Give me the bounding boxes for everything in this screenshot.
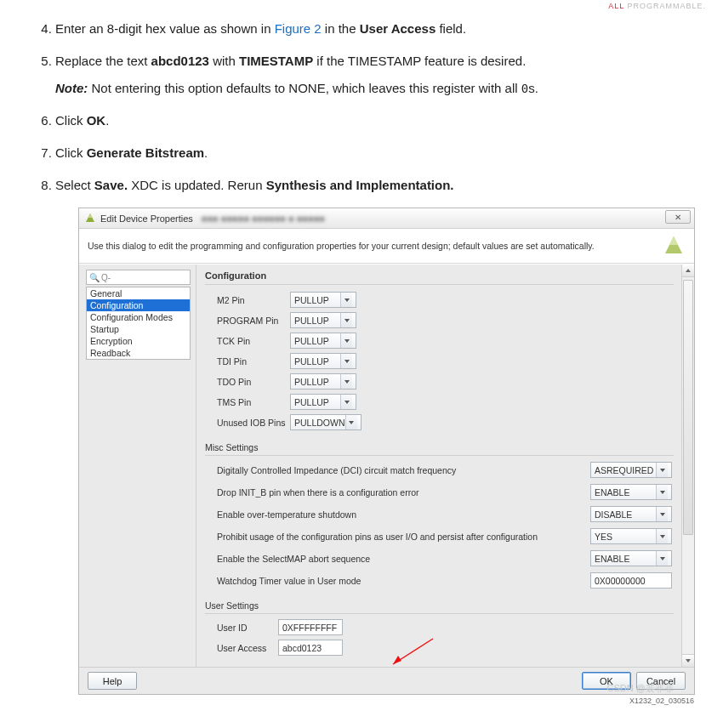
select-value: DISABLE [595, 509, 632, 520]
category-item[interactable]: General [87, 287, 190, 299]
select-value: ENABLE [595, 487, 629, 498]
category-item[interactable]: Configuration Modes [87, 311, 190, 323]
select-value: PULLUP [294, 377, 329, 387]
field-label: Unused IOB Pins [217, 418, 290, 428]
misc-select[interactable]: ENABLE [590, 484, 672, 500]
scroll-down-icon[interactable] [682, 654, 694, 667]
svg-marker-3 [669, 236, 678, 245]
instruction-text: Use this dialog to edit the programming … [88, 241, 595, 251]
pin-row: M2 PinPULLUP [217, 292, 674, 308]
chevron-down-icon [656, 463, 668, 477]
misc-row: Enable the SelectMAP abort sequenceENABL… [217, 550, 674, 566]
category-item[interactable]: Configuration [87, 299, 190, 311]
misc-row: Digitally Controlled Impedance (DCI) cir… [217, 462, 674, 478]
select-value: ENABLE [595, 554, 629, 564]
category-item[interactable]: Encryption [87, 335, 190, 347]
pin-select[interactable]: PULLUP [290, 333, 356, 349]
chevron-down-icon [656, 529, 668, 543]
figure-link[interactable]: Figure 2 [275, 21, 322, 36]
category-item[interactable]: Readback [87, 347, 190, 359]
pin-select[interactable]: PULLUP [290, 353, 356, 369]
step-5: Replace the text abcd0123 with TIMESTAMP… [55, 51, 706, 99]
field-label: User ID [217, 623, 278, 633]
step-4: Enter an 8-digit hex value as shown in F… [55, 19, 706, 39]
pin-row: TMS PinPULLUP [217, 394, 674, 410]
pin-select[interactable]: PULLUP [290, 394, 356, 410]
user-settings-header: User Settings [205, 595, 674, 614]
misc-select[interactable]: ENABLE [590, 550, 672, 566]
scroll-up-icon[interactable] [682, 264, 694, 277]
pin-select[interactable]: PULLUP [290, 292, 356, 308]
pin-select[interactable]: PULLDOWN [290, 414, 362, 430]
field-label: PROGRAM Pin [217, 316, 290, 326]
select-value: YES [595, 532, 612, 542]
scroll-thumb[interactable] [683, 280, 693, 535]
instruction-list: Enter an 8-digit hex value as shown in F… [17, 19, 706, 196]
misc-input[interactable]: 0X00000000 [590, 572, 672, 589]
svg-marker-1 [88, 213, 93, 218]
pin-select[interactable]: PULLUP [290, 312, 356, 328]
user-id-input[interactable]: 0XFFFFFFFF [278, 619, 343, 635]
chevron-down-icon [656, 507, 668, 521]
misc-label: Watchdog Timer value in User mode [217, 576, 590, 586]
titlebar-blur: ■■■ ■■■■■ ■■■■■■ ■ ■■■■■ [202, 213, 325, 224]
help-button[interactable]: Help [88, 672, 137, 690]
misc-row: Watchdog Timer value in User mode0X00000… [217, 572, 674, 589]
chevron-down-icon [656, 551, 668, 566]
chevron-down-icon [345, 415, 357, 429]
select-value: PULLUP [294, 336, 329, 346]
dialog-title: Edit Device Properties [100, 213, 193, 224]
misc-row: Enable over-temperature shutdownDISABLE [217, 506, 674, 522]
select-value: ASREQUIRED [595, 465, 653, 475]
misc-label: Enable the SelectMAP abort sequence [217, 554, 590, 564]
misc-select[interactable]: ASREQUIRED [590, 462, 672, 478]
chevron-down-icon [340, 354, 352, 368]
titlebar: Edit Device Properties ■■■ ■■■■■ ■■■■■■ … [79, 208, 694, 229]
select-value: PULLDOWN [294, 418, 345, 428]
search-input[interactable]: 🔍 Q- [86, 270, 191, 285]
app-icon [84, 213, 96, 225]
select-value: PULLUP [294, 316, 329, 326]
misc-row: Prohibit usage of the configuration pins… [217, 528, 674, 544]
chevron-down-icon [340, 293, 352, 307]
watermark: CSDN @裴非非 [607, 682, 674, 695]
edit-device-properties-dialog: Edit Device Properties ■■■ ■■■■■ ■■■■■■ … [78, 208, 695, 695]
misc-select[interactable]: YES [590, 528, 672, 544]
panel-title: Configuration [205, 268, 674, 285]
button-bar: Help OK Cancel [79, 667, 694, 694]
user-id-row: User ID0XFFFFFFFF [217, 619, 674, 635]
misc-select[interactable]: DISABLE [590, 506, 672, 522]
field-label: TDI Pin [217, 356, 290, 367]
misc-settings-header: Misc Settings [205, 437, 674, 456]
chevron-down-icon [340, 395, 352, 409]
figure-wrapper: Edit Device Properties ■■■ ■■■■■ ■■■■■■ … [78, 208, 697, 705]
figure-id: X1232_02_030516 [78, 697, 697, 705]
step-7: Click Generate Bitstream. [55, 143, 706, 163]
chevron-down-icon [656, 485, 668, 499]
brand-tag: ALL PROGRAMMABLE. [0, 0, 723, 10]
field-label: TCK Pin [217, 336, 290, 346]
step-8: Select Save. XDC is updated. Rerun Synth… [55, 175, 706, 196]
search-icon: 🔍 [89, 273, 100, 282]
pin-row: Unused IOB PinsPULLDOWN [217, 414, 674, 430]
pin-row: TCK PinPULLUP [217, 333, 674, 349]
select-value: PULLUP [294, 397, 329, 407]
close-button[interactable]: ✕ [665, 210, 691, 224]
vertical-scrollbar[interactable] [681, 264, 694, 667]
close-icon: ✕ [675, 213, 681, 222]
field-label: User Access [217, 643, 278, 653]
chevron-down-icon [340, 333, 352, 348]
misc-label: Enable over-temperature shutdown [217, 509, 590, 520]
user-access-row: User Accessabcd0123 [217, 640, 674, 656]
user-access-input[interactable]: abcd0123 [278, 640, 343, 656]
category-list: GeneralConfigurationConfiguration ModesS… [86, 287, 191, 360]
category-item[interactable]: Startup [87, 323, 190, 335]
pin-select[interactable]: PULLUP [290, 373, 356, 390]
field-label: M2 Pin [217, 295, 290, 305]
step-6: Click OK. [55, 111, 706, 131]
instruction-bar: Use this dialog to edit the programming … [79, 229, 694, 264]
pin-row: TDI PinPULLUP [217, 353, 674, 369]
misc-label: Prohibit usage of the configuration pins… [217, 532, 590, 542]
field-label: TDO Pin [217, 377, 290, 387]
chevron-down-icon [340, 374, 352, 389]
